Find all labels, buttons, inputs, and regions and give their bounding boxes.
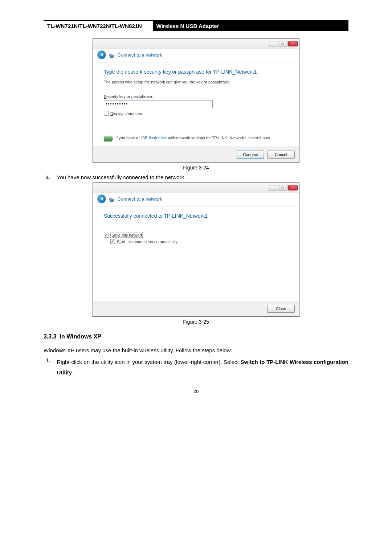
usb-hint-row: If you have a USB flash drive with netwo… bbox=[104, 136, 288, 141]
start-auto-checkbox[interactable] bbox=[110, 239, 115, 244]
dialog-subheader: Connect to a network bbox=[93, 49, 299, 62]
connect-network-dialog-1: — ▢ ✕ Connect to a network Type the netw… bbox=[93, 38, 299, 163]
save-network-label: Save this network bbox=[110, 233, 144, 238]
close-button[interactable]: ✕ bbox=[288, 185, 298, 190]
connect-network-dialog-2: — ▢ ✕ Connect to a network Successfully … bbox=[93, 182, 299, 317]
usb-drive-icon bbox=[104, 136, 112, 141]
step-number: 1. bbox=[46, 357, 50, 378]
figure-caption-1: Figure 3-24 bbox=[44, 165, 348, 171]
close-button[interactable]: ✕ bbox=[288, 41, 298, 46]
passphrase-label: Security key or passphrase: bbox=[104, 94, 288, 99]
xp-intro-text: Windows XP users may use the built-in wi… bbox=[44, 347, 348, 353]
save-network-row[interactable]: Save this network bbox=[104, 233, 288, 238]
back-button[interactable] bbox=[97, 50, 106, 59]
close-dialog-button[interactable]: Close bbox=[267, 305, 295, 313]
titlebar: — ▢ ✕ bbox=[93, 39, 299, 49]
start-auto-label: Start this connection automatically bbox=[117, 239, 177, 244]
dialog-footer: Close bbox=[93, 301, 299, 316]
step-text: Right-click on the utility icon in your … bbox=[57, 357, 348, 378]
dialog-heading: Type the network security key or passphr… bbox=[104, 69, 288, 75]
document-header: TL-WN721N/TL-WN722N/TL-WN821N Wireless N… bbox=[44, 20, 348, 31]
dialog-title: Connect to a network bbox=[118, 52, 162, 58]
model-label: TL-WN721N/TL-WN722N/TL-WN821N bbox=[44, 20, 153, 31]
step-text: You have now successfully connected to t… bbox=[57, 174, 186, 180]
display-characters-label: Display characters bbox=[110, 111, 143, 116]
figure-caption-2: Figure 3-25 bbox=[44, 319, 348, 325]
xp-step-1: 1. Right-click on the utility icon in yo… bbox=[44, 357, 348, 378]
connect-button[interactable]: Connect bbox=[237, 151, 264, 159]
start-auto-row[interactable]: Start this connection automatically bbox=[110, 239, 288, 244]
display-characters-checkbox[interactable] bbox=[104, 111, 109, 116]
titlebar: — ▢ ✕ bbox=[93, 183, 299, 193]
passphrase-input[interactable] bbox=[104, 100, 213, 108]
dialog-title: Connect to a network bbox=[118, 196, 162, 202]
success-heading: Successfully connected to TP-LINK_Networ… bbox=[104, 213, 288, 219]
back-button[interactable] bbox=[97, 194, 106, 203]
minimize-button[interactable]: — bbox=[268, 41, 277, 46]
minimize-button[interactable]: — bbox=[268, 185, 277, 190]
maximize-button[interactable]: ▢ bbox=[278, 41, 287, 46]
network-icon bbox=[109, 52, 115, 58]
dialog-subheader: Connect to a network bbox=[93, 193, 299, 206]
usb-flash-drive-link[interactable]: USB flash drive bbox=[139, 136, 167, 140]
dialog-subtext: The person who setup the network can giv… bbox=[104, 80, 288, 84]
page-number: 20 bbox=[44, 389, 348, 394]
step-4: 4. You have now successfully connected t… bbox=[44, 174, 348, 180]
dialog-footer: Connect Cancel bbox=[93, 147, 299, 162]
step-number: 4. bbox=[46, 174, 50, 180]
cancel-button[interactable]: Cancel bbox=[267, 151, 295, 159]
section-heading: 3.3.3 In Windows XP bbox=[44, 333, 348, 340]
product-label: Wireless N USB Adapter bbox=[153, 20, 348, 31]
save-network-checkbox[interactable] bbox=[104, 233, 109, 238]
network-icon bbox=[109, 196, 115, 202]
display-characters-row[interactable]: Display characters bbox=[104, 111, 288, 116]
maximize-button[interactable]: ▢ bbox=[278, 185, 287, 190]
